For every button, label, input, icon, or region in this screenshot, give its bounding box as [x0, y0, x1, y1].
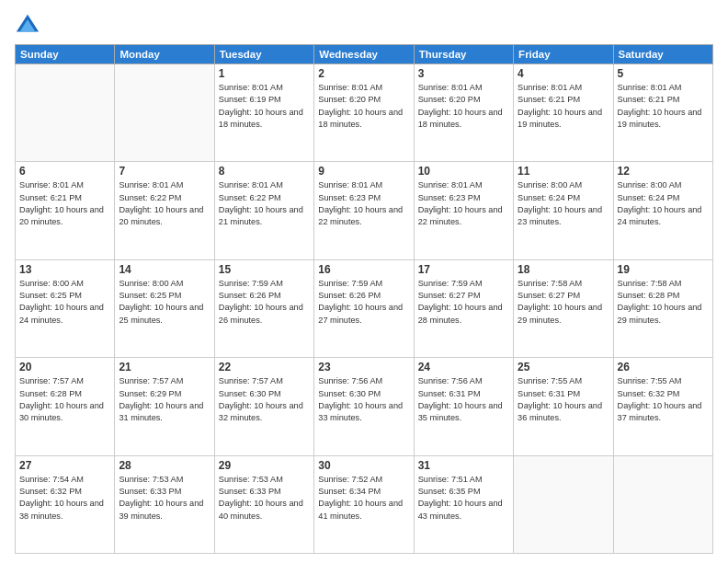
- day-number: 25: [518, 361, 609, 373]
- day-number: 8: [219, 165, 310, 178]
- day-info: Sunrise: 8:01 AMSunset: 6:20 PMDaylight:…: [318, 82, 409, 131]
- calendar-cell: 28Sunrise: 7:53 AMSunset: 6:33 PMDayligh…: [115, 455, 214, 553]
- day-info: Sunrise: 7:57 AMSunset: 6:29 PMDaylight:…: [119, 375, 210, 424]
- day-number: 23: [318, 361, 409, 373]
- day-number: 16: [318, 263, 409, 276]
- day-number: 29: [219, 459, 310, 472]
- day-number: 22: [219, 361, 310, 373]
- day-number: 5: [618, 67, 709, 80]
- calendar-cell: 6Sunrise: 8:01 AMSunset: 6:21 PMDaylight…: [16, 162, 115, 259]
- day-info: Sunrise: 8:01 AMSunset: 6:20 PMDaylight:…: [418, 82, 509, 131]
- day-number: 1: [219, 67, 310, 80]
- calendar-header-wednesday: Wednesday: [314, 45, 414, 64]
- day-number: 6: [19, 165, 110, 178]
- calendar-cell: 29Sunrise: 7:53 AMSunset: 6:33 PMDayligh…: [214, 455, 313, 553]
- day-number: 14: [119, 263, 210, 276]
- calendar-header-row: SundayMondayTuesdayWednesdayThursdayFrid…: [16, 45, 713, 64]
- logo: [15, 11, 44, 37]
- day-number: 17: [418, 263, 509, 276]
- day-number: 13: [19, 263, 110, 276]
- day-number: 24: [418, 361, 509, 373]
- day-info: Sunrise: 8:01 AMSunset: 6:23 PMDaylight:…: [318, 179, 409, 228]
- calendar-cell: 16Sunrise: 7:59 AMSunset: 6:26 PMDayligh…: [314, 259, 414, 357]
- day-number: 3: [418, 67, 509, 80]
- day-number: 4: [518, 67, 609, 80]
- day-info: Sunrise: 7:58 AMSunset: 6:28 PMDaylight:…: [618, 278, 709, 327]
- day-info: Sunrise: 7:59 AMSunset: 6:26 PMDaylight:…: [318, 278, 409, 327]
- calendar-cell: 20Sunrise: 7:57 AMSunset: 6:28 PMDayligh…: [16, 358, 115, 455]
- calendar-week-4: 20Sunrise: 7:57 AMSunset: 6:28 PMDayligh…: [16, 358, 713, 455]
- day-number: 31: [418, 459, 509, 472]
- day-number: 21: [119, 361, 210, 373]
- calendar-cell: 27Sunrise: 7:54 AMSunset: 6:32 PMDayligh…: [16, 455, 115, 553]
- day-number: 18: [518, 263, 609, 276]
- day-info: Sunrise: 8:00 AMSunset: 6:24 PMDaylight:…: [518, 179, 609, 228]
- calendar-header-sunday: Sunday: [16, 45, 115, 64]
- logo-icon: [15, 11, 40, 37]
- day-info: Sunrise: 8:00 AMSunset: 6:25 PMDaylight:…: [19, 278, 110, 327]
- day-info: Sunrise: 7:59 AMSunset: 6:27 PMDaylight:…: [418, 278, 509, 327]
- day-number: 19: [618, 263, 709, 276]
- day-info: Sunrise: 7:57 AMSunset: 6:28 PMDaylight:…: [19, 375, 110, 424]
- calendar-cell: [16, 64, 115, 162]
- day-number: 30: [318, 459, 409, 472]
- calendar-cell: 4Sunrise: 8:01 AMSunset: 6:21 PMDaylight…: [514, 64, 613, 162]
- day-info: Sunrise: 8:01 AMSunset: 6:22 PMDaylight:…: [119, 179, 210, 228]
- day-info: Sunrise: 8:01 AMSunset: 6:21 PMDaylight:…: [19, 179, 110, 228]
- page: SundayMondayTuesdayWednesdayThursdayFrid…: [0, 0, 728, 563]
- calendar-cell: 1Sunrise: 8:01 AMSunset: 6:19 PMDaylight…: [214, 64, 313, 162]
- calendar-header-thursday: Thursday: [414, 45, 513, 64]
- calendar-cell: 21Sunrise: 7:57 AMSunset: 6:29 PMDayligh…: [115, 358, 214, 455]
- calendar-cell: 22Sunrise: 7:57 AMSunset: 6:30 PMDayligh…: [214, 358, 313, 455]
- calendar-cell: 15Sunrise: 7:59 AMSunset: 6:26 PMDayligh…: [214, 259, 313, 357]
- day-info: Sunrise: 8:00 AMSunset: 6:24 PMDaylight:…: [618, 179, 709, 228]
- calendar-cell: 11Sunrise: 8:00 AMSunset: 6:24 PMDayligh…: [514, 162, 613, 259]
- day-number: 2: [318, 67, 409, 80]
- calendar-cell: 13Sunrise: 8:00 AMSunset: 6:25 PMDayligh…: [16, 259, 115, 357]
- calendar-cell: 14Sunrise: 8:00 AMSunset: 6:25 PMDayligh…: [115, 259, 214, 357]
- day-number: 28: [119, 459, 210, 472]
- calendar-cell: 7Sunrise: 8:01 AMSunset: 6:22 PMDaylight…: [115, 162, 214, 259]
- calendar-cell: 8Sunrise: 8:01 AMSunset: 6:22 PMDaylight…: [214, 162, 313, 259]
- day-number: 10: [418, 165, 509, 178]
- calendar-cell: 5Sunrise: 8:01 AMSunset: 6:21 PMDaylight…: [613, 64, 712, 162]
- calendar-cell: 30Sunrise: 7:52 AMSunset: 6:34 PMDayligh…: [314, 455, 414, 553]
- calendar-cell: 3Sunrise: 8:01 AMSunset: 6:20 PMDaylight…: [414, 64, 513, 162]
- day-number: 7: [119, 165, 210, 178]
- calendar-cell: 31Sunrise: 7:51 AMSunset: 6:35 PMDayligh…: [414, 455, 513, 553]
- calendar-cell: 17Sunrise: 7:59 AMSunset: 6:27 PMDayligh…: [414, 259, 513, 357]
- calendar-cell: 9Sunrise: 8:01 AMSunset: 6:23 PMDaylight…: [314, 162, 414, 259]
- day-info: Sunrise: 7:55 AMSunset: 6:31 PMDaylight:…: [518, 375, 609, 424]
- calendar-cell: 24Sunrise: 7:56 AMSunset: 6:31 PMDayligh…: [414, 358, 513, 455]
- day-info: Sunrise: 7:56 AMSunset: 6:30 PMDaylight:…: [318, 375, 409, 424]
- day-info: Sunrise: 7:56 AMSunset: 6:31 PMDaylight:…: [418, 375, 509, 424]
- calendar-header-tuesday: Tuesday: [214, 45, 313, 64]
- calendar-cell: 23Sunrise: 7:56 AMSunset: 6:30 PMDayligh…: [314, 358, 414, 455]
- calendar-cell: 2Sunrise: 8:01 AMSunset: 6:20 PMDaylight…: [314, 64, 414, 162]
- calendar-cell: [115, 64, 214, 162]
- day-number: 20: [19, 361, 110, 373]
- calendar-week-2: 6Sunrise: 8:01 AMSunset: 6:21 PMDaylight…: [16, 162, 713, 259]
- day-info: Sunrise: 8:01 AMSunset: 6:23 PMDaylight:…: [418, 179, 509, 228]
- calendar-cell: 18Sunrise: 7:58 AMSunset: 6:27 PMDayligh…: [514, 259, 613, 357]
- calendar-header-monday: Monday: [115, 45, 214, 64]
- calendar-week-1: 1Sunrise: 8:01 AMSunset: 6:19 PMDaylight…: [16, 64, 713, 162]
- calendar-cell: 10Sunrise: 8:01 AMSunset: 6:23 PMDayligh…: [414, 162, 513, 259]
- day-number: 26: [618, 361, 709, 373]
- calendar-cell: [514, 455, 613, 553]
- day-info: Sunrise: 8:01 AMSunset: 6:19 PMDaylight:…: [219, 82, 310, 131]
- day-info: Sunrise: 8:01 AMSunset: 6:22 PMDaylight:…: [219, 179, 310, 228]
- day-info: Sunrise: 8:01 AMSunset: 6:21 PMDaylight:…: [618, 82, 709, 131]
- day-info: Sunrise: 7:53 AMSunset: 6:33 PMDaylight:…: [119, 474, 210, 523]
- day-info: Sunrise: 7:55 AMSunset: 6:32 PMDaylight:…: [618, 375, 709, 424]
- day-number: 12: [618, 165, 709, 178]
- calendar-cell: 25Sunrise: 7:55 AMSunset: 6:31 PMDayligh…: [514, 358, 613, 455]
- header: [15, 11, 713, 37]
- calendar-cell: 19Sunrise: 7:58 AMSunset: 6:28 PMDayligh…: [613, 259, 712, 357]
- day-info: Sunrise: 7:54 AMSunset: 6:32 PMDaylight:…: [19, 474, 110, 523]
- calendar-cell: 26Sunrise: 7:55 AMSunset: 6:32 PMDayligh…: [613, 358, 712, 455]
- day-info: Sunrise: 7:59 AMSunset: 6:26 PMDaylight:…: [219, 278, 310, 327]
- calendar-cell: [613, 455, 712, 553]
- calendar-cell: 12Sunrise: 8:00 AMSunset: 6:24 PMDayligh…: [613, 162, 712, 259]
- day-number: 27: [19, 459, 110, 472]
